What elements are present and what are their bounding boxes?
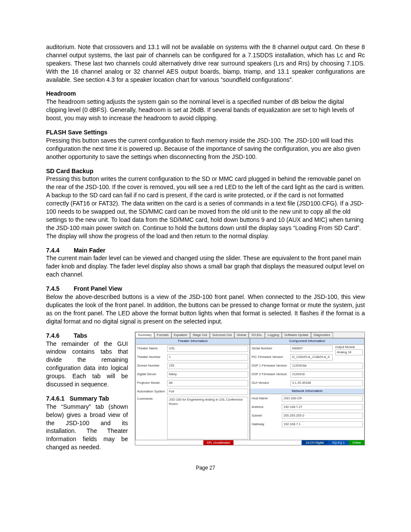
tab-xo[interactable]: XO,Etc. bbox=[249, 332, 265, 338]
comments-field[interactable]: JSD-100 for Engineering testing in USL C… bbox=[167, 397, 248, 439]
dsp2-label: DSP 2 Firmware Version bbox=[252, 372, 290, 376]
address-field[interactable]: 192.168.7.27 bbox=[282, 404, 363, 410]
flash-title: FLASH Save Settings bbox=[46, 129, 107, 136]
status-spl: SPL Uncalibrated bbox=[203, 440, 234, 445]
tab-global[interactable]: Global bbox=[234, 332, 249, 338]
digital-server-label: Digital Server bbox=[137, 372, 167, 376]
output-module-label: Output Module bbox=[335, 345, 355, 349]
screen-number-label: Screen Number bbox=[137, 364, 167, 368]
comments-label: Comments bbox=[137, 397, 167, 401]
headroom-body: The headroom setting adjusts the system … bbox=[46, 98, 354, 121]
section-7461: 7.4.6.1 Summary Tab The “Summary” tab (s… bbox=[46, 395, 128, 451]
tabs-row: Summary Formats Equalizer Stage Out Surr… bbox=[135, 332, 364, 338]
dsp1-label: DSP 1 Firmware Version bbox=[252, 364, 290, 368]
headroom-section: Headroom The headroom setting adjusts th… bbox=[46, 90, 365, 122]
automation-system-field[interactable]: Full bbox=[167, 389, 248, 395]
gateway-label: Gateway bbox=[252, 422, 282, 426]
dsp2-field: 2120418 bbox=[290, 371, 363, 377]
section-744-title: Main Fader bbox=[74, 247, 106, 254]
flash-section: FLASH Save Settings Pressing this button… bbox=[46, 128, 365, 161]
tab-formats[interactable]: Formats bbox=[154, 332, 171, 338]
gateway-field[interactable]: 192.168.7.1 bbox=[282, 421, 363, 427]
status-bar: SPL Uncalibrated 16-CH Digital EQ-EQ 1 O… bbox=[135, 440, 364, 445]
hostname-field[interactable]: JSD-100-CR bbox=[282, 395, 363, 401]
subnet-label: Subnet bbox=[252, 414, 282, 418]
pic-label: PIC Firmware Version bbox=[252, 355, 290, 359]
gui-version-label: GUI Version bbox=[252, 381, 290, 385]
subnet-field[interactable]: 255.255.255.0 bbox=[282, 413, 363, 419]
headroom-title: Headroom bbox=[46, 90, 76, 97]
theater-name-field[interactable]: USL bbox=[167, 345, 248, 352]
serial-label: Serial Number bbox=[252, 346, 290, 351]
section-744-num: 7.4.4 bbox=[46, 246, 72, 255]
theater-number-label: Theater Number bbox=[137, 355, 167, 359]
page-number: Page 27 bbox=[46, 464, 365, 471]
projector-model-field[interactable]: All bbox=[167, 380, 248, 386]
tab-summary[interactable]: Summary bbox=[135, 332, 154, 338]
network-info-header: Network Information bbox=[250, 389, 364, 395]
section-7461-body: The “Summary” tab (shown below) gives a … bbox=[46, 403, 128, 451]
hostname-label: Host Name bbox=[252, 396, 282, 401]
section-744-body: The current main fader level can be view… bbox=[46, 255, 364, 278]
tab-software-update[interactable]: Software Update bbox=[282, 332, 311, 338]
theater-number-field[interactable]: 1 bbox=[167, 354, 248, 360]
tab-equalizer[interactable]: Equalizer bbox=[171, 332, 190, 338]
summary-tab-screenshot: Summary Formats Equalizer Stage Out Surr… bbox=[135, 332, 365, 445]
tab-logging[interactable]: Logging bbox=[265, 332, 282, 338]
status-online: Online bbox=[349, 440, 364, 445]
section-746-title: Tabs bbox=[74, 332, 87, 339]
screen-number-field[interactable]: 155 bbox=[167, 363, 248, 369]
section-745: 7.4.5 Front Panel View Below the above-d… bbox=[46, 285, 365, 325]
projector-model-label: Projector Model bbox=[137, 381, 167, 385]
output-module-field: Analog 16 bbox=[335, 349, 363, 355]
digital-server-field[interactable]: Many bbox=[167, 371, 248, 377]
theater-name-label: Theater Name bbox=[137, 346, 167, 351]
section-744: 7.4.4 Main Fader The current main fader … bbox=[46, 246, 365, 279]
automation-system-label: Automation System bbox=[137, 389, 167, 394]
tab-surround-out[interactable]: Surround Out bbox=[210, 332, 234, 338]
sdcard-title: SD Card Backup bbox=[46, 168, 93, 174]
section-7461-title: Summary Tab bbox=[70, 395, 109, 402]
status-mode: 16-CH Digital bbox=[302, 440, 328, 445]
address-label: Address bbox=[252, 405, 282, 409]
sdcard-section: SD Card Backup Pressing this button writ… bbox=[46, 167, 365, 240]
status-eq: EQ-EQ 1 bbox=[328, 440, 349, 445]
section-745-num: 7.4.5 bbox=[46, 285, 72, 293]
body-paragraph: auditorium. Note that crossovers and 13.… bbox=[46, 43, 365, 84]
section-746-body: The remainder of the GUI window contains… bbox=[46, 340, 128, 388]
section-746-num: 7.4.6 bbox=[46, 332, 72, 340]
section-746: 7.4.6 Tabs The remainder of the GUI wind… bbox=[46, 332, 128, 389]
section-7461-num: 7.4.6.1 bbox=[46, 395, 65, 402]
dsp1-field: 1120418a bbox=[290, 363, 363, 369]
theater-info-panel: Theater Information Theater NameUSL Thea… bbox=[135, 338, 250, 440]
component-info-header: Component Information bbox=[250, 339, 364, 345]
sdcard-body: Pressing this button writes the current … bbox=[46, 175, 364, 239]
theater-info-header: Theater Information bbox=[136, 339, 249, 345]
pic-field: D_120425-A_110829-A_0 bbox=[290, 354, 333, 360]
section-745-title: Front Panel View bbox=[74, 285, 122, 292]
tab-stage-out[interactable]: Stage Out bbox=[190, 332, 210, 338]
serial-field: 000667 bbox=[290, 345, 333, 352]
tab-diagnostics[interactable]: Diagnostics bbox=[311, 332, 333, 338]
component-info-panel: Component Information Serial Number00066… bbox=[250, 338, 364, 440]
gui-version-field: 3.1.25.35348 bbox=[290, 380, 363, 386]
flash-body: Pressing this button saves the current c… bbox=[46, 137, 360, 160]
section-745-body: Below the above-described buttons is a v… bbox=[46, 293, 365, 325]
